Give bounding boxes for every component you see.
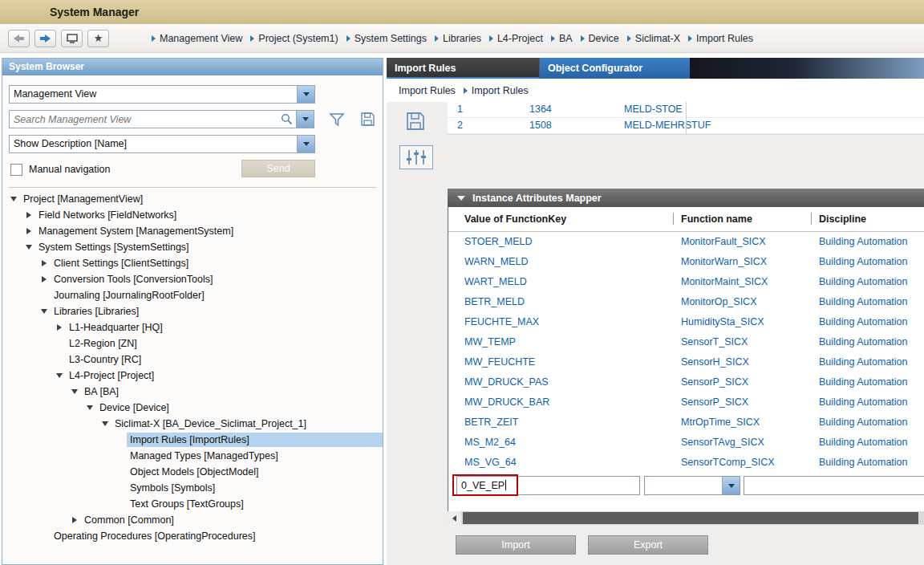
row-name-link[interactable]: MELD-MEHRSTUF (624, 118, 924, 133)
breadcrumb-item[interactable]: Import Rules (696, 33, 753, 44)
discipline-cell-link[interactable]: Building Automation (819, 292, 924, 312)
functionkey-cell-link[interactable]: BETR_MELD (448, 292, 681, 312)
collapse-arrow-icon[interactable] (38, 305, 51, 318)
tree-item[interactable]: Object Models [ObjectModel] (2, 464, 383, 480)
mapper-row[interactable]: MW_DRUCK_BARSensorP_SICXBuilding Automat… (448, 392, 924, 413)
tree-item[interactable]: L1-Headquarter [HQ] (2, 319, 383, 335)
tree-item[interactable]: Operating Procedures [OperatingProcedure… (2, 528, 383, 544)
tree-item[interactable]: L3-Country [RC] (2, 352, 383, 368)
mapper-row[interactable]: MW_TEMPSensorT_SICXBuilding Automation (448, 332, 924, 352)
function-name-dropdown-button[interactable] (722, 477, 740, 494)
row-index-link[interactable]: 1 (448, 102, 529, 117)
breadcrumb-item[interactable]: Management View (160, 33, 242, 44)
discipline-cell-link[interactable]: Building Automation (819, 433, 924, 453)
function-name-cell-link[interactable]: MonitorFault_SICX (681, 232, 819, 252)
function-name-cell-link[interactable]: MonitorMaint_SICX (681, 272, 819, 292)
scroll-left-button[interactable] (448, 511, 461, 525)
tree-item[interactable]: Project [ManagementView] (2, 191, 383, 207)
tab-import-rules[interactable]: Import Rules (387, 58, 539, 79)
expand-arrow-icon[interactable] (38, 257, 51, 270)
breadcrumb-item[interactable]: BA (559, 33, 573, 44)
discipline-cell-link[interactable]: Building Automation (819, 352, 924, 372)
expand-arrow-icon[interactable] (53, 321, 66, 334)
send-button[interactable]: Send (241, 160, 315, 177)
mapper-row[interactable]: WARN_MELDMonitorWarn_SICXBuilding Automa… (448, 252, 924, 272)
description-selector[interactable]: Show Description [Name] (9, 135, 315, 153)
scrollbar-thumb[interactable] (463, 512, 918, 524)
filter-button[interactable] (329, 112, 345, 128)
description-selector-dropdown-button[interactable] (297, 136, 314, 152)
tree-item[interactable]: BA [BA] (2, 384, 383, 400)
tree-item[interactable]: L4-Project [Project] (2, 368, 383, 384)
discipline-cell-link[interactable]: Building Automation (819, 312, 924, 332)
mapper-row[interactable]: STOER_MELDMonitorFault_SICXBuilding Auto… (448, 232, 924, 252)
row-value-link[interactable]: 1508 (529, 118, 624, 133)
search-icon[interactable] (278, 111, 296, 128)
discipline-cell-link[interactable]: Building Automation (819, 232, 924, 252)
collapse-arrow-icon[interactable] (99, 417, 111, 430)
tree-item[interactable]: Managed Types [ManagedTypes] (2, 448, 383, 464)
collapse-arrow-icon[interactable] (68, 385, 81, 398)
new-functionkey-input[interactable]: 0_VE_EP (456, 476, 640, 495)
functionkey-cell-link[interactable]: MW_FEUCHTE (448, 352, 681, 372)
functionkey-cell-link[interactable]: FEUCHTE_MAX (448, 312, 681, 332)
tree-item[interactable]: Libraries [Libraries] (2, 303, 383, 319)
functionkey-cell-link[interactable]: MW_DRUCK_BAR (448, 392, 681, 413)
expand-arrow-icon[interactable] (22, 209, 35, 222)
function-name-cell-link[interactable]: SensorTAvg_SICX (681, 433, 819, 453)
mapper-row[interactable]: FEUCHTE_MAXHumiditySta_SICXBuilding Auto… (448, 312, 924, 332)
expand-arrow-icon[interactable] (22, 225, 35, 238)
functionkey-cell-link[interactable]: STOER_MELD (448, 232, 681, 252)
discipline-cell-link[interactable]: Building Automation (819, 252, 924, 272)
save-rules-button[interactable] (404, 110, 427, 135)
tab-object-configurator[interactable]: Object Configurator (539, 58, 690, 79)
function-name-cell-link[interactable]: SensorP_SICX (681, 372, 819, 392)
breadcrumb-item[interactable]: System Settings (355, 33, 427, 44)
tree-item[interactable]: Journaling [JournalingRootFolder] (2, 287, 383, 303)
function-name-cell-link[interactable]: SensorT_SICX (681, 332, 819, 352)
function-name-dropdown[interactable] (644, 476, 740, 495)
mapper-row[interactable]: BETR_MELDMonitorOp_SICXBuilding Automati… (448, 292, 924, 312)
tree-item[interactable]: Client Settings [ClientSettings] (2, 255, 383, 271)
breadcrumb-item[interactable]: Import Rules (472, 85, 529, 96)
manual-navigation-checkbox[interactable] (10, 164, 22, 176)
tree-item[interactable]: Symbols [Symbols] (2, 480, 383, 496)
row-index-link[interactable]: 2 (448, 118, 529, 133)
row-name-link[interactable]: MELD-STOE (624, 102, 924, 117)
function-name-cell-link[interactable]: SensorH_SICX (681, 352, 819, 372)
breadcrumb-item[interactable]: Import Rules (399, 85, 456, 96)
mapper-row[interactable]: MS_VG_64SensorTComp_SICXBuilding Automat… (448, 453, 924, 473)
collapse-arrow-icon[interactable] (83, 401, 96, 414)
discipline-cell-link[interactable]: Building Automation (819, 272, 924, 292)
row-value-link[interactable]: 1364 (529, 102, 624, 117)
tree-item[interactable]: Common [Common] (2, 512, 383, 528)
breadcrumb-item[interactable]: Device (589, 33, 619, 44)
collapse-arrow-icon[interactable] (7, 193, 20, 205)
horizontal-scrollbar[interactable] (448, 511, 924, 525)
discipline-cell-link[interactable]: Building Automation (819, 332, 924, 352)
navigate-back-button[interactable] (8, 30, 30, 47)
favorites-button[interactable]: ★ (87, 30, 109, 47)
view-selector[interactable]: Management View (9, 85, 315, 104)
save-search-button[interactable] (359, 111, 376, 128)
functionkey-cell-link[interactable]: WARN_MELD (448, 252, 681, 272)
tree-item[interactable]: Siclimat-X [BA_Device_Siclimat_Project_1… (2, 416, 383, 432)
expand-arrow-icon[interactable] (68, 514, 81, 526)
functionkey-cell-link[interactable]: MS_VG_64 (448, 453, 681, 473)
search-input[interactable] (10, 111, 278, 128)
function-name-cell-link[interactable]: MtrOpTime_SICX (681, 413, 819, 433)
discipline-cell-link[interactable]: Building Automation (819, 413, 924, 433)
functionkey-cell-link[interactable]: BETR_ZEIT (448, 413, 681, 433)
tree-item[interactable]: System Settings [SystemSettings] (2, 239, 383, 255)
navigate-forward-button[interactable] (34, 30, 56, 47)
tree-item[interactable]: Management System [ManagementSystem] (2, 223, 383, 239)
mapping-settings-button[interactable] (399, 145, 433, 169)
discipline-cell-link[interactable]: Building Automation (819, 453, 924, 473)
function-name-cell-link[interactable]: HumiditySta_SICX (681, 312, 819, 332)
column-header-function-name[interactable]: Function name (681, 207, 819, 231)
tree-item[interactable]: Device [Device] (2, 400, 383, 416)
breadcrumb-item[interactable]: Libraries (443, 33, 481, 44)
tree-item[interactable]: Conversion Tools [ConversionTools] (2, 271, 383, 287)
collapse-section-icon[interactable] (457, 196, 465, 201)
discipline-field[interactable] (744, 476, 924, 495)
